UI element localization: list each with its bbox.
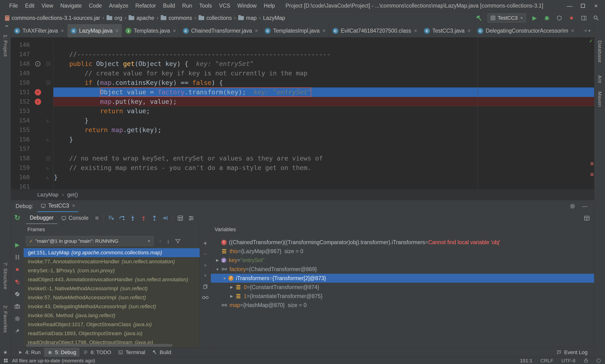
evaluate-expression-icon[interactable] <box>175 213 186 224</box>
toolwindow-switcher-icon[interactable] <box>3 358 8 363</box>
view-options-sliders-icon[interactable] <box>186 213 197 224</box>
close-icon[interactable]: × <box>72 203 75 209</box>
frame-row[interactable]: invoke:43, DelegatingMethodAccessorImpl(… <box>24 302 200 311</box>
menu-run[interactable]: Run <box>179 3 196 9</box>
gutter-icon-area[interactable] <box>33 68 43 78</box>
frame-row[interactable]: get:151, LazyMap(org.apache.commons.coll… <box>24 248 200 257</box>
gutter-icon-area[interactable] <box>33 116 43 125</box>
tab-close-icon[interactable]: × <box>61 28 64 34</box>
expanded-arrow-icon[interactable]: ▼ <box>221 276 228 280</box>
editor-tab[interactable]: ITemplates.java× <box>122 24 180 37</box>
code-text[interactable]: // create value for key if key is not cu… <box>53 68 594 78</box>
gutter-icon-area[interactable]: ↑ <box>33 59 43 68</box>
tab-close-icon[interactable]: × <box>467 28 471 34</box>
memory-indicator-icon[interactable] <box>596 359 601 363</box>
tool-button-maven[interactable]: Maven <box>597 91 603 107</box>
resume-button[interactable]: ▶ <box>14 241 21 248</box>
previous-frame-icon[interactable]: ↑ <box>159 238 162 244</box>
gutter-icon-area[interactable] <box>33 163 43 172</box>
menu-tools[interactable]: Tools <box>196 3 216 9</box>
code-line[interactable]: 147 //----------------------------------… <box>11 50 594 59</box>
code-text[interactable]: // existing map entries - you can't do a… <box>53 163 594 172</box>
code-text[interactable]: } <box>53 135 594 144</box>
gutter-icon-area[interactable] <box>33 144 43 154</box>
fold-close-icon[interactable] <box>47 167 49 169</box>
run-to-cursor-icon[interactable] <box>160 213 171 224</box>
breadcrumb-item[interactable]: commons-collections-3.1-sources.jar <box>4 15 101 21</box>
frame-row[interactable]: invokeReadObject:1017, ObjectStreamClass… <box>24 320 200 329</box>
code-text[interactable] <box>53 182 594 189</box>
variable-row[interactable]: ▶pkey = "entrySet" <box>211 256 594 265</box>
search-everywhere-icon[interactable] <box>592 14 600 22</box>
code-text[interactable] <box>53 144 594 154</box>
expanded-arrow-icon[interactable]: ▼ <box>214 267 221 271</box>
mute-breakpoints-icon[interactable] <box>14 290 21 298</box>
editor-tab[interactable]: CTestCC3.java× <box>421 24 474 37</box>
pause-button[interactable] <box>14 254 21 261</box>
code-text[interactable]: //--------------------------------------… <box>53 50 594 59</box>
variable-row[interactable]: ▶1 = {InstantiateTransformer@875} <box>211 292 594 301</box>
line-number[interactable]: 151 <box>11 88 33 97</box>
run-button[interactable]: ▶ <box>531 14 538 22</box>
code-editor[interactable]: 146147 //-------------------------------… <box>11 37 594 189</box>
line-number[interactable]: 158 <box>11 154 33 163</box>
variable-row[interactable]: !((ChainedTransformer)((TransformingComp… <box>211 238 594 247</box>
duplicate-watch-icon[interactable] <box>200 281 211 292</box>
gutter-icon-area[interactable] <box>33 125 43 135</box>
tool-windows-icon[interactable] <box>580 14 588 22</box>
show-execution-point-icon[interactable] <box>106 213 116 224</box>
close-icon[interactable]: × <box>589 0 603 11</box>
remove-watch-icon[interactable]: − <box>200 249 211 260</box>
gutter-icon-area[interactable] <box>33 106 43 116</box>
gutter-icon-area[interactable] <box>33 40 43 50</box>
breadcrumb-class[interactable]: LazyMap <box>37 192 58 198</box>
code-text[interactable]: return value; <box>53 106 594 116</box>
variable-row[interactable]: ▼factory = {ChainedTransformer@869} <box>211 265 594 274</box>
code-line[interactable]: 157 <box>11 144 594 154</box>
code-line[interactable]: 154 } <box>11 116 594 125</box>
line-number[interactable]: 157 <box>11 144 33 154</box>
editor-tab[interactable]: CTemplatesImpl.java× <box>261 24 329 37</box>
editor-tab[interactable]: CDelegatingConstructorAccessorIm× <box>474 24 578 37</box>
line-number[interactable]: 159 <box>11 163 33 172</box>
fold-open-icon[interactable] <box>46 62 50 66</box>
toolwindow-button-event-log[interactable]: Event Log <box>553 349 591 355</box>
code-line[interactable]: 159 // existing map entries - you can't … <box>11 163 594 172</box>
code-line[interactable]: 153 return value; <box>11 106 594 116</box>
tab-close-icon[interactable]: × <box>115 28 118 34</box>
maximize-icon[interactable] <box>576 0 589 11</box>
frame-row[interactable]: invoke:606, Method(java.lang.reflect) <box>24 311 200 320</box>
build-hammer-icon[interactable] <box>475 14 483 22</box>
code-text[interactable]: return map.get(key); <box>53 125 594 135</box>
stripe-mark-exec[interactable] <box>591 162 593 165</box>
coverage-button[interactable] <box>555 14 563 22</box>
pin-icon[interactable] <box>14 327 21 335</box>
gutter-icon-area[interactable] <box>33 135 43 144</box>
fold-close-icon[interactable] <box>47 176 49 179</box>
toolwindow-button-6-todo[interactable]: 6: TODO <box>79 348 114 357</box>
frame-row[interactable]: readObject:443, AnnotationInvocationHand… <box>24 275 200 284</box>
code-line[interactable]: 150 if (map.containsKey(key) == false) { <box>11 78 594 88</box>
debugger-settings-gear-icon[interactable] <box>14 315 21 322</box>
favorites-star-icon[interactable]: ★ <box>3 349 8 355</box>
code-text[interactable]: Object value = factory.transform(key); k… <box>53 88 594 97</box>
tab-list-icon[interactable]: ≡▼ <box>581 24 594 37</box>
override-marker-icon[interactable]: ↑ <box>35 61 40 66</box>
code-text[interactable] <box>53 40 594 50</box>
tool-button-structure[interactable]: 7: Structure <box>3 262 8 289</box>
stop-button[interactable]: ■ <box>14 266 21 273</box>
tool-button-ant[interactable]: Ant <box>597 75 603 83</box>
step-out-icon[interactable] <box>149 213 160 224</box>
code-line[interactable]: 151✓ Object value = factory.transform(ke… <box>11 88 594 97</box>
variable-row[interactable]: map = {HashMap@870} size = 0 <box>211 301 594 310</box>
breakpoint-icon[interactable]: ✓ <box>35 89 41 95</box>
step-into-icon[interactable] <box>127 213 138 224</box>
horizontal-scrollbar[interactable] <box>26 344 172 347</box>
step-over-icon[interactable] <box>116 213 127 224</box>
view-breakpoints-icon[interactable] <box>14 278 21 285</box>
stripe-mark-breakpoint[interactable] <box>591 173 593 176</box>
editor-tab[interactable]: CChainedTransformer.java× <box>180 24 262 37</box>
line-ending-indicator[interactable]: CRLF <box>541 358 554 364</box>
code-text[interactable]: public Object get(Object key) { key: "en… <box>53 59 594 68</box>
gutter-icon-area[interactable] <box>33 182 43 189</box>
